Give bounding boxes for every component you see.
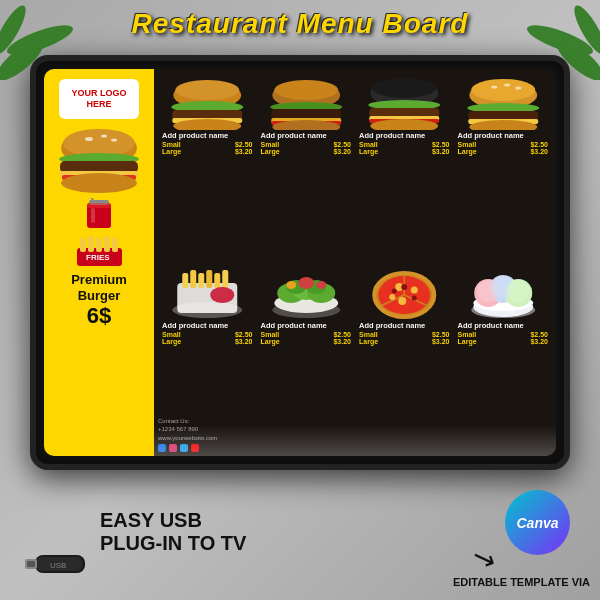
svg-point-35	[274, 80, 338, 100]
svg-rect-101	[27, 561, 35, 567]
tv-frame: Your logo Here	[30, 55, 570, 470]
item-6-small-label: Small	[261, 331, 280, 338]
food-img-fries	[160, 265, 255, 320]
svg-point-15	[61, 173, 137, 193]
item-4-small-label: Small	[458, 141, 477, 148]
contact-phone: +1234 567 890	[158, 425, 217, 433]
item-1-large-price: $3.20	[235, 148, 253, 155]
leaf-right-decoration	[510, 0, 600, 80]
menu-area: Add product name Small $2.50 Large $3.20	[154, 69, 556, 456]
svg-rect-63	[214, 273, 220, 288]
svg-rect-20	[91, 208, 95, 223]
svg-point-85	[401, 284, 407, 290]
fries-illustration: FRIES	[72, 233, 127, 268]
svg-point-51	[504, 84, 510, 87]
tv-screen: Your logo Here	[44, 69, 556, 456]
svg-point-83	[398, 297, 406, 305]
svg-point-86	[412, 295, 417, 300]
item-2-name: Add product name	[261, 131, 352, 140]
item-7-large-price: $3.20	[432, 338, 450, 345]
item-4-large-label: Large	[458, 148, 477, 155]
item-7-large-label: Large	[359, 338, 378, 345]
item-5-small-label: Small	[162, 331, 181, 338]
item-2-large-label: Large	[261, 148, 280, 155]
svg-rect-19	[87, 203, 111, 208]
social-icons	[158, 444, 217, 452]
item-7-name: Add product name	[359, 321, 450, 330]
contact-website: www.yourwebsite.com	[158, 434, 217, 442]
svg-point-49	[471, 79, 535, 101]
svg-point-10	[111, 139, 117, 142]
svg-point-74	[316, 281, 326, 289]
easy-usb-line1: EASY USB	[100, 509, 246, 532]
food-img-burger1	[160, 75, 255, 130]
item-6-large-price: $3.20	[333, 338, 351, 345]
food-img-burger4	[456, 75, 551, 130]
item-7-small-price: $2.50	[432, 331, 450, 338]
item-3-small-price: $2.50	[432, 141, 450, 148]
food-img-burger2	[259, 75, 354, 130]
item-8-large-label: Large	[458, 338, 477, 345]
burger-illustration	[54, 123, 144, 198]
item-5-name: Add product name	[162, 321, 253, 330]
bottom-section: USB EASY USB PLUG-IN TO TV Canva ↙ EDITA…	[0, 470, 600, 600]
svg-point-9	[101, 135, 107, 138]
item-6-large-label: Large	[261, 338, 280, 345]
item-8-name: Add product name	[458, 321, 549, 330]
svg-point-75	[286, 281, 296, 289]
food-img-icecream	[456, 265, 551, 320]
svg-point-52	[515, 87, 521, 90]
item-8-large-price: $3.20	[530, 338, 548, 345]
item-8-small-price: $2.50	[530, 331, 548, 338]
usb-icon: USB	[20, 545, 100, 580]
easy-usb-line2: PLUG-IN TO TV	[100, 532, 246, 555]
item-3-large-price: $3.20	[432, 148, 450, 155]
logo-box: Your logo Here	[59, 79, 139, 119]
editable-template-text: EDITABLE TEMPLATE VIA	[453, 576, 590, 588]
svg-line-18	[89, 198, 93, 200]
item-6-small-price: $2.50	[333, 331, 351, 338]
svg-point-29	[175, 80, 239, 100]
contact-info: Contact Us: +1234 567 890 www.yourwebsit…	[158, 417, 217, 452]
menu-row-1: Add product name Small $2.50 Large $3.20	[160, 75, 550, 261]
svg-rect-61	[198, 273, 204, 288]
menu-item-8: Add product name Small $2.50 Large $3.20	[456, 265, 551, 451]
leaf-left-decoration	[0, 0, 90, 80]
svg-rect-59	[182, 273, 188, 288]
food-img-burger3	[357, 75, 452, 130]
menu-item-4: Add product name Small $2.50 Large $3.20	[456, 75, 551, 261]
item-8-small-label: Small	[458, 331, 477, 338]
drink-illustration	[79, 198, 119, 233]
svg-rect-62	[206, 270, 212, 288]
curved-arrow-icon: ↙	[467, 539, 500, 578]
svg-point-82	[411, 286, 418, 293]
menu-item-6: Add product name Small $2.50 Large $3.20	[259, 265, 354, 451]
svg-point-73	[298, 277, 314, 289]
svg-point-50	[491, 86, 497, 89]
item-5-large-price: $3.20	[235, 338, 253, 345]
svg-point-42	[372, 78, 436, 98]
svg-point-7	[63, 129, 135, 157]
item-6-name: Add product name	[261, 321, 352, 330]
svg-rect-64	[222, 270, 228, 288]
item-4-small-price: $2.50	[530, 141, 548, 148]
svg-text:USB: USB	[50, 561, 66, 570]
svg-point-84	[389, 294, 395, 300]
item-3-large-label: Large	[359, 148, 378, 155]
item-5-small-price: $2.50	[235, 331, 253, 338]
item-4-name: Add product name	[458, 131, 549, 140]
canva-text: Canva	[516, 515, 558, 531]
item-1-small-price: $2.50	[235, 141, 253, 148]
item-4-large-price: $3.20	[530, 148, 548, 155]
premium-label: Premium Burger	[71, 272, 127, 303]
svg-point-65	[210, 287, 234, 303]
svg-rect-23	[88, 236, 94, 252]
svg-point-87	[392, 288, 397, 293]
menu-item-3: Add product name Small $2.50 Large $3.20	[357, 75, 452, 261]
menu-item-7: Add product name Small $2.50 Large $3.20	[357, 265, 452, 451]
menu-row-2: Add product name Small $2.50 Large $3.20	[160, 265, 550, 451]
page-title: Restaurant Menu Board	[132, 8, 469, 39]
svg-rect-26	[112, 238, 118, 252]
item-1-name: Add product name	[162, 131, 253, 140]
item-7-small-label: Small	[359, 331, 378, 338]
